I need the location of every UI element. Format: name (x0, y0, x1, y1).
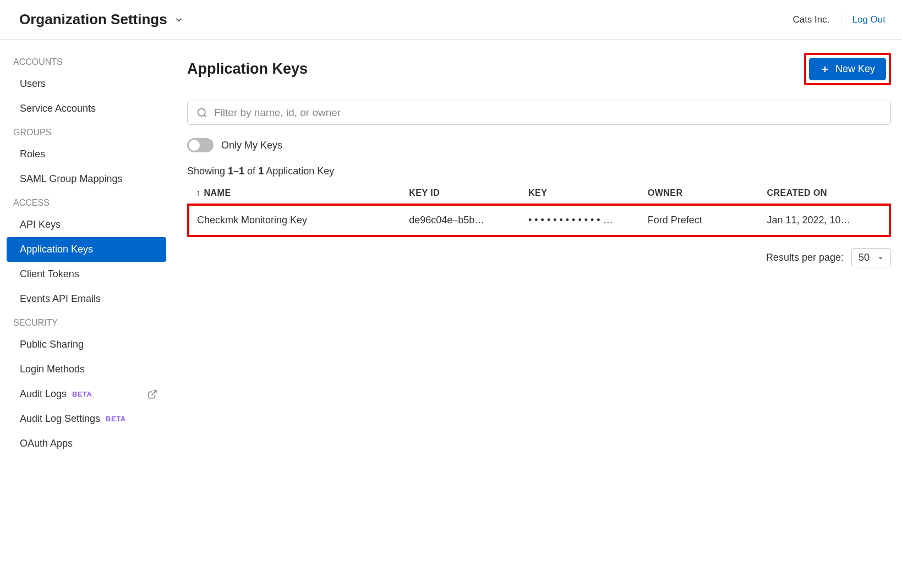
top-header: Organization Settings Cats Inc. Log Out (0, 0, 902, 40)
header-left[interactable]: Organization Settings (19, 11, 184, 28)
sidebar-item-label: Events API Emails (20, 293, 101, 305)
sidebar-item-label: Users (20, 78, 46, 90)
logout-link[interactable]: Log Out (852, 14, 886, 25)
col-name[interactable]: ↑NAME (188, 183, 406, 205)
page-title: Application Keys (187, 61, 308, 78)
col-created-on[interactable]: CREATED ON (764, 183, 890, 205)
plus-icon (820, 64, 830, 74)
sidebar-item-label: API Keys (20, 219, 61, 230)
toggle-knob (189, 140, 200, 151)
col-owner[interactable]: OWNER (644, 183, 764, 205)
sidebar-item-login-methods[interactable]: Login Methods (0, 357, 171, 382)
search-icon (196, 107, 207, 118)
only-my-keys-toggle[interactable] (187, 138, 214, 152)
col-key-id[interactable]: KEY ID (406, 183, 525, 205)
app-keys-table: ↑NAME KEY ID KEY OWNER CREATED ON Checkm… (187, 183, 891, 237)
cell-key: • • • • • • • • • • • • … (525, 205, 644, 236)
results-per-page-select[interactable]: 50 (851, 248, 891, 267)
sidebar-item-label: Application Keys (20, 244, 93, 255)
org-name: Cats Inc. (792, 14, 841, 25)
page-title-dropdown: Organization Settings (19, 11, 167, 28)
beta-badge: BETA (72, 390, 92, 398)
sidebar-item-public-sharing[interactable]: Public Sharing (0, 332, 171, 357)
sidebar-item-roles[interactable]: Roles (0, 142, 171, 167)
filter-input[interactable] (214, 107, 882, 119)
only-my-keys-label: Only My Keys (221, 140, 282, 151)
cell-owner: Ford Prefect (644, 205, 764, 236)
sidebar-item-api-keys[interactable]: API Keys (0, 212, 171, 237)
svg-line-0 (152, 391, 156, 395)
sort-ascending-icon: ↑ (196, 188, 201, 197)
sidebar-item-service-accounts[interactable]: Service Accounts (0, 96, 171, 121)
results-per-page-value: 50 (859, 252, 870, 263)
svg-marker-5 (878, 257, 883, 260)
sidebar-item-label: Service Accounts (20, 103, 96, 114)
svg-line-4 (204, 115, 206, 117)
chevron-down-icon (877, 255, 884, 261)
sidebar-item-client-tokens[interactable]: Client Tokens (0, 262, 171, 287)
sidebar-item-label: Client Tokens (20, 268, 79, 280)
sidebar-item-audit-logs[interactable]: Audit Logs BETA (0, 382, 171, 406)
new-key-button[interactable]: New Key (809, 58, 886, 80)
cell-name: Checkmk Monitoring Key (188, 205, 406, 236)
cell-created-on: Jan 11, 2022, 10… (764, 205, 890, 236)
cell-key-id: de96c04e–b5b… (406, 205, 525, 236)
sidebar: ACCOUNTS Users Service Accounts GROUPS R… (0, 40, 171, 588)
sidebar-group-access: ACCESS (0, 191, 171, 212)
results-footer: Results per page: 50 (187, 248, 891, 267)
svg-point-3 (198, 109, 205, 116)
showing-text: Showing 1–1 of 1 Application Key (187, 166, 891, 177)
sidebar-item-label: Roles (20, 149, 45, 160)
new-key-label: New Key (835, 63, 875, 75)
sidebar-item-saml-group-mappings[interactable]: SAML Group Mappings (0, 167, 171, 191)
sidebar-item-label: Public Sharing (20, 339, 84, 350)
sidebar-item-label: Audit Log Settings (20, 413, 100, 425)
table-row[interactable]: Checkmk Monitoring Key de96c04e–b5b… • •… (188, 205, 890, 236)
sidebar-item-label: Audit Logs (20, 388, 67, 400)
results-per-page-label: Results per page: (766, 252, 844, 263)
beta-badge: BETA (106, 415, 125, 423)
highlight-new-key: New Key (804, 53, 891, 85)
header-right: Cats Inc. Log Out (792, 14, 885, 25)
sidebar-item-users[interactable]: Users (0, 72, 171, 96)
sidebar-item-label: SAML Group Mappings (20, 173, 122, 185)
sidebar-item-audit-log-settings[interactable]: Audit Log Settings BETA (0, 406, 171, 431)
col-key[interactable]: KEY (525, 183, 644, 205)
sidebar-item-application-keys[interactable]: Application Keys (7, 237, 166, 262)
sidebar-group-security: SECURITY (0, 311, 171, 332)
sidebar-item-oauth-apps[interactable]: OAuth Apps (0, 431, 171, 456)
external-link-icon (147, 389, 157, 399)
filter-input-wrap[interactable] (187, 101, 891, 125)
sidebar-item-label: OAuth Apps (20, 438, 73, 449)
main-content: Application Keys New Key Only My Keys (171, 40, 902, 588)
sidebar-item-events-api-emails[interactable]: Events API Emails (0, 287, 171, 311)
sidebar-group-groups: GROUPS (0, 121, 171, 142)
sidebar-group-accounts: ACCOUNTS (0, 51, 171, 72)
chevron-down-icon (174, 15, 184, 25)
sidebar-item-label: Login Methods (20, 364, 85, 375)
